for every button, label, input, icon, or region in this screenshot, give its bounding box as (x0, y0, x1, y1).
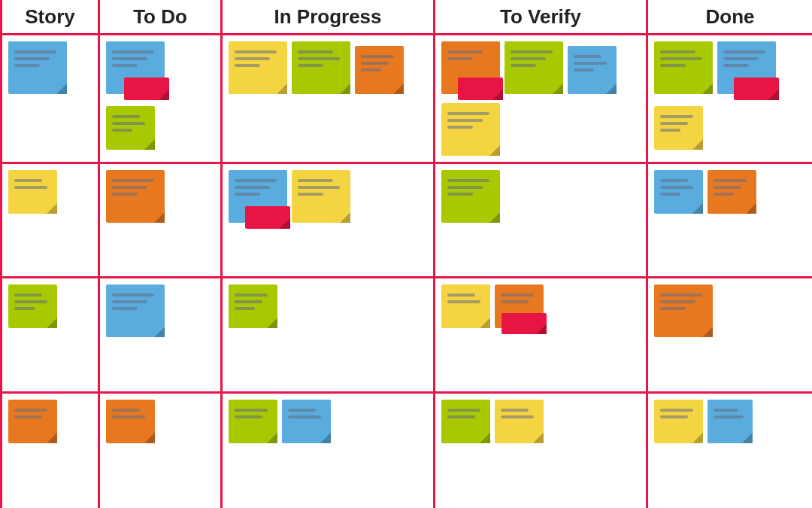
sticky-note-small-red[interactable] (501, 313, 547, 334)
sticky-note[interactable] (654, 41, 713, 94)
cell-r3-done (648, 278, 812, 393)
header-inprogress: In Progress (223, 0, 435, 35)
sticky-note[interactable] (707, 400, 753, 443)
cell-r4-inprogress (223, 394, 435, 508)
sticky-note[interactable] (707, 170, 756, 214)
cell-r2-done (648, 164, 812, 278)
sticky-note[interactable] (229, 41, 287, 94)
sticky-note[interactable] (8, 400, 57, 443)
cell-r4-done (648, 394, 812, 508)
cell-r3-todo (100, 278, 223, 393)
sticky-note[interactable] (106, 106, 155, 150)
cell-r1-inprogress (223, 35, 435, 164)
cell-r3-inprogress (223, 278, 435, 393)
cell-r3-story (2, 278, 100, 393)
header-story: Story (2, 0, 100, 35)
sticky-note[interactable] (292, 41, 350, 94)
sticky-note[interactable] (441, 400, 490, 443)
header-done: Done (648, 0, 812, 35)
sticky-note[interactable] (441, 284, 490, 328)
cell-r4-story (2, 394, 100, 508)
sticky-note[interactable] (292, 170, 350, 223)
sticky-note[interactable] (282, 400, 331, 443)
cell-r2-story (2, 164, 100, 278)
sticky-note[interactable] (106, 170, 165, 223)
sticky-note[interactable] (654, 284, 713, 337)
cell-r1-toverify (435, 35, 648, 164)
header-toverify: To Verify (435, 0, 648, 35)
cell-r1-story (2, 35, 100, 164)
sticky-note-small-red[interactable] (458, 78, 503, 100)
header-todo: To Do (100, 0, 223, 35)
cell-r4-todo (100, 394, 223, 508)
cell-r1-done (648, 35, 812, 164)
kanban-board: Story To Do In Progress To Verify Done (0, 0, 812, 508)
sticky-note[interactable] (8, 41, 67, 94)
sticky-note[interactable] (441, 170, 500, 223)
sticky-note-small-red[interactable] (245, 206, 290, 229)
sticky-note[interactable] (654, 400, 703, 443)
sticky-note[interactable] (654, 170, 703, 214)
cell-r3-toverify (435, 278, 648, 393)
sticky-note[interactable] (8, 170, 57, 214)
cell-r2-todo (100, 164, 223, 278)
sticky-note[interactable] (229, 284, 277, 328)
sticky-note-small-red[interactable] (734, 78, 779, 100)
sticky-note[interactable] (8, 284, 57, 328)
sticky-note[interactable] (441, 103, 500, 156)
cell-r2-toverify (435, 164, 648, 278)
sticky-note[interactable] (504, 41, 563, 94)
cell-r1-todo (100, 35, 223, 164)
sticky-note[interactable] (229, 400, 277, 443)
sticky-note[interactable] (106, 400, 155, 443)
sticky-note[interactable] (355, 46, 404, 94)
sticky-note-small-red[interactable] (124, 78, 169, 100)
cell-r2-inprogress (223, 164, 435, 278)
cell-r4-toverify (435, 394, 648, 508)
sticky-note[interactable] (568, 46, 617, 94)
sticky-note[interactable] (495, 400, 544, 443)
sticky-note[interactable] (654, 106, 703, 150)
sticky-note[interactable] (106, 284, 165, 337)
